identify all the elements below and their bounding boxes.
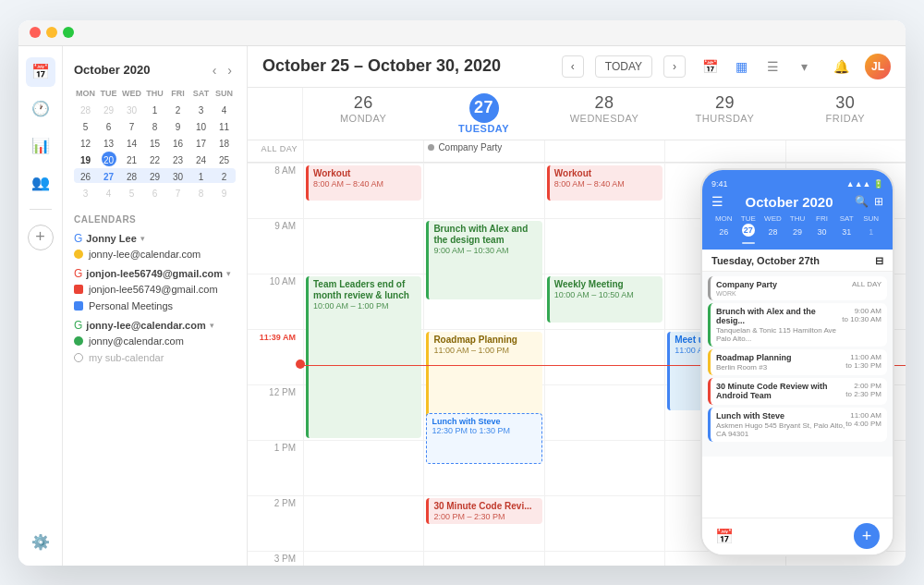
contacts-icon-btn[interactable]: 👥 <box>26 168 55 198</box>
cal-day[interactable]: 6 <box>148 185 163 200</box>
minimize-button[interactable] <box>46 27 57 38</box>
cal-day[interactable]: 2 <box>171 102 186 116</box>
phone-day-30[interactable]: 30 <box>809 224 834 240</box>
cal-day[interactable]: 26 <box>79 168 93 183</box>
time-cell-mon-3[interactable] <box>303 551 423 566</box>
time-cell-wed-12[interactable] <box>544 384 664 440</box>
time-cell-mon-1[interactable] <box>303 440 423 495</box>
cal-day[interactable]: 22 <box>148 152 163 166</box>
phone-event-company-party[interactable]: Company Party WORK ALL DAY <box>708 276 887 300</box>
mini-cal-prev[interactable]: ‹ <box>209 61 221 79</box>
prev-week-button[interactable]: ‹ <box>562 55 584 78</box>
phone-day-31[interactable]: 31 <box>834 224 859 240</box>
month-view-button[interactable]: 📅 <box>697 54 723 79</box>
cal-day[interactable]: 4 <box>102 185 116 200</box>
calendar-item-sub[interactable]: my sub-calendar <box>74 352 236 363</box>
cal-day[interactable]: 17 <box>194 135 209 150</box>
calendar-item-meetings[interactable]: Personal Meetings <box>74 300 236 311</box>
phone-list-view-icon[interactable]: ⊟ <box>875 255 883 267</box>
cal-day-today[interactable]: 20 <box>102 152 116 166</box>
add-calendar-button[interactable]: + <box>28 225 54 250</box>
phone-menu-icon[interactable]: ☰ <box>711 194 723 209</box>
calendar-group-gmail[interactable]: G jonjon-lee56749@gmail.com ▾ <box>74 267 236 280</box>
cal-day[interactable]: 9 <box>217 185 232 200</box>
calendar-item[interactable]: jonny-lee@calendar.com <box>74 249 236 260</box>
calendar-item[interactable]: jonny@calendar.com <box>74 335 236 347</box>
lunch-steve-event[interactable]: Lunch with Steve 12:30 PM to 1:30 PM <box>426 413 541 464</box>
settings-button[interactable]: ⚙️ <box>31 533 50 551</box>
time-cell-wed-2[interactable] <box>544 495 664 551</box>
cal-day[interactable]: 6 <box>102 118 116 133</box>
cal-day[interactable]: 7 <box>171 185 186 200</box>
cal-day[interactable]: 11 <box>217 118 232 133</box>
cal-day[interactable]: 3 <box>79 185 93 200</box>
cal-day[interactable]: 23 <box>171 152 186 166</box>
time-cell-wed-1[interactable] <box>544 440 664 495</box>
maximize-button[interactable] <box>63 27 74 38</box>
cal-day[interactable]: 28 <box>125 168 140 183</box>
cal-day[interactable]: 8 <box>194 185 209 200</box>
time-cell-mon-9[interactable] <box>303 218 423 274</box>
cal-day[interactable]: 12 <box>79 135 93 150</box>
phone-day-28[interactable]: 28 <box>760 224 785 240</box>
cal-day[interactable]: 21 <box>125 152 140 166</box>
calendar-group-jonny[interactable]: G Jonny Lee ▾ <box>74 232 236 245</box>
time-cell-mon-8[interactable]: Workout 8:00 AM – 8:40 AM <box>303 163 423 218</box>
code-review-event[interactable]: 30 Minute Code Revi... 2:00 PM – 2:30 PM <box>426 498 541 524</box>
close-button[interactable] <box>30 27 41 38</box>
cal-day[interactable]: 18 <box>217 135 232 150</box>
cal-day[interactable]: 30 <box>125 102 140 116</box>
phone-event-brunch[interactable]: Brunch with Alex and the desig... Tanque… <box>708 303 887 347</box>
phone-search-icon[interactable]: 🔍 <box>855 195 869 208</box>
cal-day[interactable]: 8 <box>148 118 163 133</box>
cal-day[interactable]: 10 <box>194 118 209 133</box>
time-cell-tue-8[interactable] <box>423 163 543 218</box>
notifications-button[interactable]: 🔔 <box>828 54 854 79</box>
workout-wed-event[interactable]: Workout 8:00 AM – 8:40 AM <box>547 165 663 201</box>
time-cell-tue-3[interactable] <box>423 551 543 566</box>
cal-day[interactable]: 2 <box>217 168 232 183</box>
cal-day[interactable]: 4 <box>217 102 232 116</box>
time-cell-tue-9[interactable]: Brunch with Alex and the design team 9:0… <box>423 218 543 274</box>
time-cell-wed-11[interactable] <box>544 329 664 384</box>
phone-day-27[interactable]: 27 <box>742 224 755 237</box>
time-cell-tue-11[interactable]: Roadmap Planning 11:00 AM – 1:00 PM <box>423 329 543 384</box>
mini-cal-next[interactable]: › <box>224 61 236 79</box>
cal-day[interactable]: 9 <box>171 118 186 133</box>
cal-day[interactable]: 30 <box>171 168 186 183</box>
cal-day[interactable]: 14 <box>125 135 140 150</box>
phone-view-icon[interactable]: ⊞ <box>874 195 883 208</box>
phone-event-roadmap[interactable]: Roadmap Planning Berlin Room #3 11:00 AM… <box>708 349 887 375</box>
cal-day[interactable]: 5 <box>125 185 140 200</box>
cal-day[interactable]: 13 <box>102 135 116 150</box>
time-cell-tue-2[interactable]: 30 Minute Code Revi... 2:00 PM – 2:30 PM <box>423 495 543 551</box>
time-cell-wed-10[interactable]: Weekly Meeting 10:00 AM – 10:50 AM <box>544 274 664 329</box>
user-avatar[interactable]: JL <box>865 54 891 79</box>
next-week-button[interactable]: › <box>663 55 686 78</box>
team-leaders-event[interactable]: Team Leaders end of month review & lunch… <box>306 276 421 438</box>
view-dropdown-button[interactable]: ▾ <box>791 54 817 79</box>
cal-day[interactable]: 27 <box>102 168 116 183</box>
phone-event-lunch-steve[interactable]: Lunch with Steve Askmen Hugo 545 Bryant … <box>708 408 887 442</box>
cal-day[interactable]: 25 <box>217 152 232 166</box>
cal-day[interactable]: 15 <box>148 135 163 150</box>
cal-day[interactable]: 19 <box>79 152 93 166</box>
cal-day[interactable]: 16 <box>171 135 186 150</box>
phone-calendar-icon[interactable]: 📅 <box>715 528 734 545</box>
calendar-icon-btn[interactable]: 📅 <box>26 57 55 87</box>
cal-day[interactable]: 5 <box>79 118 93 133</box>
time-cell-wed-8[interactable]: Workout 8:00 AM – 8:40 AM <box>544 163 664 218</box>
brunch-event[interactable]: Brunch with Alex and the design team 9:0… <box>426 221 541 299</box>
cal-day[interactable]: 3 <box>194 102 209 116</box>
weekly-meeting-event[interactable]: Weekly Meeting 10:00 AM – 10:50 AM <box>547 276 663 323</box>
phone-fab-button[interactable]: + <box>854 523 880 549</box>
company-party-event[interactable]: Company Party <box>428 142 540 152</box>
time-cell-wed-3[interactable] <box>544 551 664 566</box>
calendar-item[interactable]: jonjon-lee56749@gmail.com <box>74 284 236 295</box>
time-cell-mon-10[interactable]: Team Leaders end of month review & lunch… <box>303 274 423 329</box>
cal-day[interactable]: 7 <box>125 118 140 133</box>
cal-day[interactable]: 1 <box>148 102 163 116</box>
cal-day[interactable]: 1 <box>194 168 209 183</box>
phone-day-29[interactable]: 29 <box>785 224 810 240</box>
today-button[interactable]: TODAY <box>595 55 652 78</box>
